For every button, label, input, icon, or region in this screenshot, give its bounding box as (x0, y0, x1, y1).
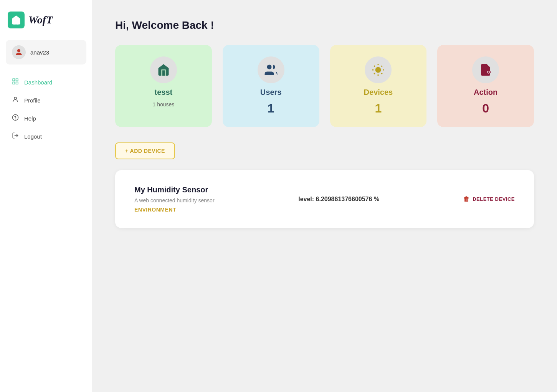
svg-point-9 (267, 65, 271, 69)
svg-point-10 (375, 67, 381, 73)
sidebar-item-label: Help (24, 115, 36, 122)
level-label: level: (298, 196, 314, 202)
sidebar-item-profile[interactable]: Profile (6, 92, 86, 109)
stat-card-action: Action 0 (437, 45, 534, 127)
device-info: My Humidity Sensor A web connected humid… (134, 185, 215, 213)
stat-card-users: Users 1 (223, 45, 319, 127)
username: anav23 (30, 49, 49, 56)
stat-cards: tesst 1 houses Users 1 De (115, 45, 534, 127)
device-level: level: 6.209861376600576 % (298, 196, 379, 203)
sidebar-item-help[interactable]: Help (6, 110, 86, 127)
sidebar-item-label: Profile (24, 97, 41, 104)
action-card-number: 0 (482, 101, 489, 116)
svg-point-6 (13, 115, 18, 121)
sidebar-item-dashboard[interactable]: Dashboard (6, 74, 86, 91)
device-card: My Humidity Sensor A web connected humid… (115, 170, 534, 228)
sidebar: WofT anav23 Dashboard (0, 0, 92, 392)
devices-card-label: Devices (364, 88, 393, 97)
device-category: ENVIRONMENT (134, 207, 215, 213)
device-description: A web connected humidity sensor (134, 197, 215, 203)
main-content: Hi, Welcome Back ! tesst 1 houses (92, 0, 557, 392)
home-card-sub: 1 houses (152, 101, 174, 108)
nav-menu: Dashboard Profile Help (0, 74, 92, 145)
svg-rect-4 (16, 82, 18, 84)
add-device-button[interactable]: + ADD DEVICE (115, 142, 175, 159)
devices-card-number: 1 (375, 101, 382, 116)
svg-point-0 (17, 49, 20, 52)
svg-point-5 (14, 97, 17, 99)
users-icon-circle (258, 56, 284, 83)
delete-device-button[interactable]: 🗑 DELETE DEVICE (463, 196, 515, 203)
home-icon-circle (150, 56, 177, 83)
user-card: anav23 (6, 40, 86, 65)
stat-card-home: tesst 1 houses (115, 45, 212, 127)
sidebar-item-label: Logout (24, 133, 42, 140)
trash-icon: 🗑 (463, 196, 470, 203)
welcome-title: Hi, Welcome Back ! (115, 19, 534, 31)
stat-card-devices: Devices 1 (330, 45, 427, 127)
action-card-label: Action (474, 88, 497, 97)
logo-area: WofT (0, 8, 92, 40)
logo-icon (8, 12, 25, 28)
home-card-label: tesst (155, 88, 173, 97)
delete-label: DELETE DEVICE (473, 196, 515, 202)
action-icon-circle (472, 56, 499, 83)
sidebar-item-label: Dashboard (24, 79, 52, 86)
users-card-number: 1 (268, 101, 274, 116)
level-value: 6.209861376600576 % (316, 196, 380, 202)
logout-icon (11, 132, 20, 141)
app-name: WofT (28, 14, 53, 26)
profile-icon (11, 96, 20, 105)
svg-point-7 (15, 119, 16, 119)
help-icon (11, 114, 20, 123)
svg-rect-1 (13, 79, 15, 81)
sidebar-item-logout[interactable]: Logout (6, 128, 86, 145)
avatar (12, 45, 26, 59)
dashboard-icon (11, 78, 20, 87)
devices-icon-circle (365, 56, 392, 83)
svg-rect-3 (13, 82, 15, 84)
users-card-label: Users (260, 88, 282, 97)
svg-rect-2 (16, 79, 18, 81)
device-name: My Humidity Sensor (134, 185, 215, 194)
